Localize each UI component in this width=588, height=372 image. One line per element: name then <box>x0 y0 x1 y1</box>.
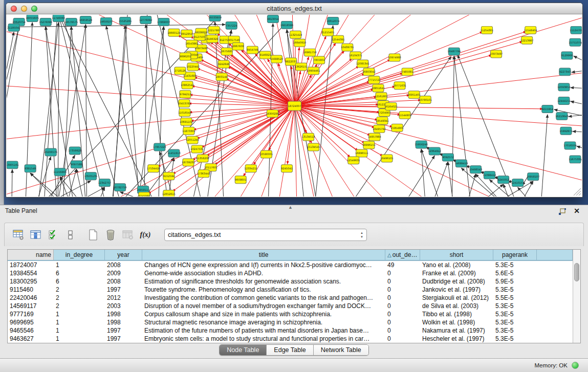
cell-title[interactable]: Estimation of the future numbers of pati… <box>142 326 385 335</box>
table-row[interactable]: 946554611997Estimation of the future num… <box>8 326 573 335</box>
graph-node[interactable]: 9245066 <box>139 192 150 196</box>
cell-out_de…[interactable]: 0 <box>385 318 420 326</box>
graph-node[interactable]: 12364912 <box>428 147 441 155</box>
graph-node[interactable]: 12652615 <box>162 190 175 196</box>
tab-node-table[interactable]: Node Table <box>220 345 267 355</box>
row-checks-icon[interactable] <box>46 228 61 242</box>
column-header-name[interactable]: name <box>8 250 54 260</box>
cell-name[interactable]: 9115460 <box>8 286 54 294</box>
cell-out_de…[interactable]: 0 <box>385 269 420 277</box>
graph-node[interactable]: 14957984 <box>368 133 381 141</box>
graph-node[interactable]: 8454749 <box>247 46 258 54</box>
graph-node[interactable]: 9129966 <box>561 52 573 59</box>
cell-in_degree[interactable]: 1 <box>54 310 105 318</box>
graph-node[interactable]: 10691102 <box>180 118 192 125</box>
graph-node[interactable]: 10498543 <box>469 166 482 173</box>
graph-node[interactable]: 15276096 <box>39 18 52 26</box>
graph-node[interactable]: 16951401 <box>407 91 420 99</box>
table-row[interactable]: 1456911722003Disruption of a novel membe… <box>8 302 573 310</box>
close-panel-icon[interactable]: ✕ <box>574 207 580 215</box>
graph-node[interactable]: 11675331 <box>569 156 581 163</box>
cell-in_degree[interactable]: 1 <box>54 261 105 269</box>
cell-pagerank[interactable]: 5.3E-5 <box>493 310 537 318</box>
graph-node[interactable]: 12161801 <box>375 93 387 100</box>
graph-node[interactable]: 18579575 <box>65 18 78 26</box>
graph-node[interactable]: 11016543 <box>178 108 191 116</box>
cell-year[interactable]: 2003 <box>105 302 142 310</box>
graph-node[interactable]: 12544391 <box>332 35 344 43</box>
graph-node[interactable]: 7485081 <box>402 68 413 76</box>
cell-out_de…[interactable]: 0 <box>385 335 420 343</box>
cell-filler[interactable] <box>537 302 573 310</box>
cell-title[interactable]: Disruption of a novel member of a sodium… <box>142 302 385 310</box>
graph-node[interactable]: 12410157 <box>511 179 524 187</box>
cell-out_de…[interactable]: 0 <box>385 294 420 302</box>
graph-node[interactable]: 16851641 <box>372 84 384 92</box>
graph-node[interactable]: 9245052 <box>497 176 509 184</box>
cell-pagerank[interactable]: 5.3E-5 <box>493 318 537 326</box>
cell-short[interactable]: de Silva et al. (2003) <box>420 302 493 310</box>
graph-node[interactable]: 11544901 <box>398 111 411 119</box>
table-row[interactable]: 977716911998Corpus callosum shape and si… <box>8 310 573 318</box>
new-document-icon[interactable] <box>85 228 101 242</box>
graph-node[interactable]: 18549341 <box>376 117 388 124</box>
cell-name[interactable]: 19384554 <box>8 269 54 277</box>
table-settings-icon[interactable] <box>11 228 26 242</box>
cell-name[interactable]: 18724007 <box>8 261 54 269</box>
graph-node[interactable]: 10974993 <box>388 54 401 61</box>
table-row[interactable]: 1830029562008Estimation of significance … <box>8 277 573 286</box>
graph-node[interactable]: 17016504 <box>563 142 576 149</box>
cell-pagerank[interactable]: 5.5E-5 <box>493 294 537 302</box>
graph-node[interactable]: 10220442 <box>186 63 199 71</box>
graph-node[interactable]: 18660124 <box>167 29 180 36</box>
graph-node[interactable]: 11098412 <box>483 171 496 179</box>
graph-node[interactable]: 17957223 <box>153 143 166 151</box>
cell-filler[interactable] <box>537 269 573 277</box>
cell-in_degree[interactable]: 6 <box>54 277 105 286</box>
cell-year[interactable]: 2008 <box>105 261 142 269</box>
cell-short[interactable]: Hescheler et al. (1997) <box>420 335 493 343</box>
graph-node[interactable]: 15954901 <box>390 124 403 132</box>
column-header-title[interactable]: title <box>142 250 385 260</box>
graph-node[interactable]: 12342757 <box>98 179 111 187</box>
graph-node[interactable]: 10862542 <box>181 81 193 89</box>
table-row[interactable]: 1872400712008Changes of HCN gene express… <box>8 261 573 269</box>
cell-name[interactable]: 9465546 <box>8 326 54 335</box>
cell-title[interactable]: Genome-wide association studies in ADHD. <box>142 269 385 277</box>
table-row[interactable]: 911546021997Tourette syndrome. Phenomeno… <box>8 286 573 294</box>
graph-node[interactable]: 17359928 <box>69 147 81 155</box>
graph-node[interactable]: 10590001 <box>260 150 273 158</box>
graph-node[interactable]: 16210643 <box>555 112 568 120</box>
graph-node[interactable]: 15992971 <box>559 127 572 135</box>
graph-node[interactable]: 9092572 <box>442 154 453 161</box>
rows-icon[interactable] <box>63 228 78 242</box>
graph-node[interactable]: 16033809 <box>208 15 221 21</box>
graph-node[interactable]: 16958107 <box>527 173 539 181</box>
graph-node[interactable]: 9227343 <box>559 68 571 76</box>
cell-short[interactable]: Wolkin et al. (1998) <box>420 318 493 326</box>
graph-node[interactable]: 18300295 <box>266 110 279 117</box>
graph-node[interactable]: 10790101 <box>419 96 431 104</box>
graph-node[interactable]: 11254301 <box>481 26 493 34</box>
graph-node[interactable]: 16495792 <box>373 125 385 133</box>
column-header-filler[interactable] <box>537 250 573 260</box>
column-header-pagerank[interactable]: pagerank <box>493 250 537 260</box>
table-row[interactable]: 1938455462009Genome-wide association stu… <box>8 269 573 277</box>
graph-node[interactable]: 9608601 <box>235 176 246 184</box>
cell-in_degree[interactable]: 2 <box>54 286 105 294</box>
cell-year[interactable]: 1997 <box>105 286 142 294</box>
graph-node[interactable]: 8186328 <box>207 35 218 42</box>
graph-node[interactable]: 9896201 <box>180 53 191 60</box>
cell-short[interactable]: Dudbridge et al. (2008) <box>420 277 493 286</box>
graph-node[interactable]: 16961758 <box>303 49 316 56</box>
graph-node[interactable]: 11451913 <box>167 149 180 157</box>
graph-node[interactable]: 16104371 <box>349 52 362 59</box>
cell-out_de…[interactable]: 49 <box>385 261 420 269</box>
cell-name[interactable]: 9463627 <box>8 335 54 343</box>
graph-node[interactable]: 11746060 <box>52 15 65 21</box>
column-header-short[interactable]: short <box>420 250 493 260</box>
table-selector-dropdown[interactable]: citations_edges.txt ▲▼ <box>164 229 367 241</box>
cell-year[interactable]: 1998 <box>105 310 142 318</box>
cell-filler[interactable] <box>537 261 573 269</box>
cell-year[interactable]: 2008 <box>105 277 142 286</box>
